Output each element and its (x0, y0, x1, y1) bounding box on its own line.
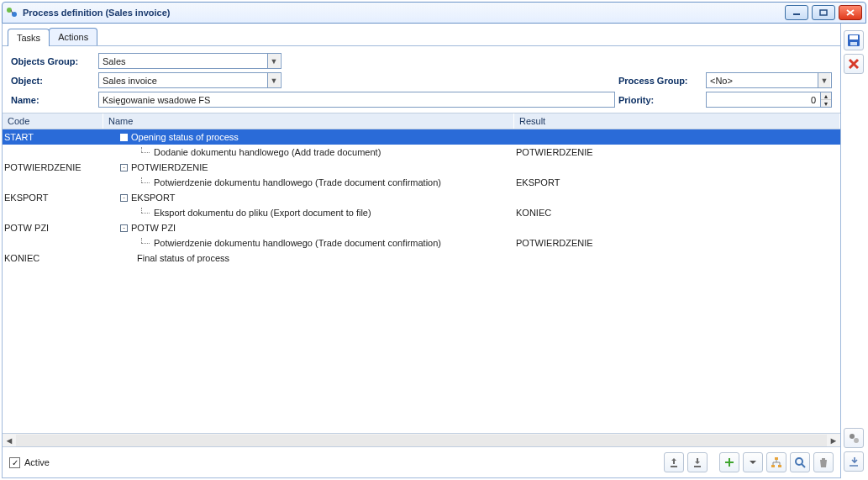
objects-group-combo[interactable]: Sales ▼ (98, 53, 281, 69)
table-row[interactable]: Potwierdzenie dokumentu handlowego (Trad… (3, 175, 840, 190)
gear-icon (848, 432, 860, 444)
hierarchy-icon (771, 456, 782, 468)
cell-name: Final status of process (103, 253, 514, 263)
object-combo[interactable]: Sales invoice ▼ (98, 72, 281, 88)
window-titlebar: Process definition (Sales invoice) (2, 2, 866, 24)
svg-rect-9 (850, 35, 858, 40)
scroll-left-icon[interactable]: ◄ (3, 435, 16, 446)
cell-code: POTWIERDZENIE (3, 162, 103, 172)
name-value: Księgowanie wsadowe FS (103, 95, 210, 105)
tab-tasks[interactable]: Tasks (8, 29, 50, 46)
priority-value: 0 (811, 95, 816, 105)
svg-point-12 (854, 438, 859, 443)
priority-stepper[interactable]: 0 ▲▼ (706, 92, 832, 108)
hscrollbar[interactable]: ◄ ► (3, 433, 840, 446)
label-priority: Priority: (618, 95, 702, 105)
svg-rect-5 (771, 465, 775, 467)
cell-name: -Opening status of process (103, 132, 514, 142)
table-row[interactable]: EKSPORT-EKSPORT (3, 190, 840, 205)
delete-button[interactable] (813, 452, 834, 472)
label-name: Name: (11, 95, 95, 105)
process-group-combo[interactable]: <No> ▼ (706, 72, 832, 88)
process-group-value: <No> (710, 76, 733, 86)
table-row[interactable]: Potwierdzenie dokumentu handlowego (Trad… (3, 235, 840, 251)
cell-name: Potwierdzenie dokumentu handlowego (Trad… (103, 177, 514, 187)
cell-name: -EKSPORT (103, 193, 514, 203)
cancel-button[interactable] (844, 54, 864, 74)
svg-rect-4 (775, 457, 778, 460)
tree-toggle[interactable]: - (120, 164, 128, 171)
label-object: Object: (11, 76, 95, 86)
col-result[interactable]: Result (514, 113, 840, 129)
table-row[interactable]: Dodanie dokumentu handlowego (Add trade … (3, 145, 840, 160)
table-row[interactable]: Eksport dokumentu do pliku (Export docum… (3, 205, 840, 220)
minimize-button[interactable] (785, 5, 808, 20)
tab-actions-label: Actions (58, 32, 88, 42)
svg-point-7 (796, 458, 802, 465)
close-icon (848, 58, 860, 70)
tree-toggle[interactable]: - (120, 134, 128, 141)
col-code[interactable]: Code (3, 113, 103, 129)
name-input[interactable]: Księgowanie wsadowe FS (98, 92, 615, 108)
chevron-down-icon: ▼ (267, 54, 280, 68)
table-row[interactable]: KONIECFinal status of process (3, 251, 840, 266)
tab-actions[interactable]: Actions (49, 28, 97, 45)
cell-code: EKSPORT (3, 193, 103, 203)
export-button[interactable] (664, 452, 684, 472)
table-row[interactable]: POTWIERDZENIE-POTWIERDZENIE (3, 160, 840, 175)
svg-rect-10 (850, 42, 857, 45)
spin-up-icon[interactable]: ▲ (821, 92, 831, 100)
objects-group-value: Sales (103, 56, 126, 66)
cell-result: POTWIERDZENIE (514, 238, 840, 248)
scroll-right-icon[interactable]: ► (827, 435, 840, 446)
cell-code: START (3, 132, 103, 142)
label-objects-group: Objects Group: (11, 56, 95, 66)
active-checkbox[interactable]: ✓ (9, 457, 20, 468)
scroll-track[interactable] (16, 435, 827, 446)
cell-name: Eksport dokumentu do pliku (Export docum… (103, 208, 514, 218)
plus-icon (723, 456, 735, 468)
tab-tasks-label: Tasks (17, 33, 40, 43)
table-row[interactable]: START-Opening status of process (3, 129, 840, 145)
process-icon (6, 7, 18, 18)
cell-name: Potwierdzenie dokumentu handlowego (Trad… (103, 238, 514, 248)
cell-result: KONIEC (514, 208, 840, 218)
save-icon (847, 34, 860, 47)
right-sidebar (841, 24, 866, 478)
cell-code: KONIEC (3, 253, 103, 263)
cell-result: POTWIERDZENIE (514, 147, 840, 157)
svg-point-11 (850, 434, 855, 439)
col-name[interactable]: Name (103, 113, 514, 129)
maximize-button[interactable] (812, 5, 835, 20)
add-dropdown-button[interactable] (743, 452, 763, 472)
hierarchy-button[interactable] (766, 452, 786, 472)
export-icon (668, 456, 680, 468)
active-label: Active (24, 457, 50, 467)
import-button[interactable] (687, 452, 708, 472)
label-process-group: Process Group: (618, 76, 702, 86)
trash-icon (818, 456, 829, 468)
table-row[interactable]: POTW PZI-POTW PZI (3, 220, 840, 235)
close-button[interactable] (839, 5, 862, 20)
bottom-toolbar: ✓ Active (3, 446, 840, 477)
search-button[interactable] (790, 452, 810, 472)
import-icon (692, 456, 703, 468)
chevron-down-icon: ▼ (267, 73, 280, 87)
save-button[interactable] (844, 30, 864, 50)
cell-name: -POTW PZI (103, 223, 514, 233)
grid-body: START-Opening status of processDodanie d… (3, 129, 840, 433)
chevron-down-icon: ▼ (818, 73, 830, 87)
tree-toggle[interactable]: - (120, 194, 128, 202)
collapse-button[interactable] (844, 451, 864, 472)
spin-down-icon[interactable]: ▼ (821, 100, 831, 107)
tree-toggle[interactable]: - (120, 224, 128, 232)
window-title: Process definition (Sales invoice) (23, 8, 170, 18)
cell-name: -POTWIERDZENIE (103, 162, 514, 172)
tab-strip: Tasks Actions (3, 24, 840, 46)
run-button[interactable] (844, 428, 864, 448)
add-button[interactable] (719, 452, 739, 472)
cell-result: EKSPORT (514, 177, 840, 187)
svg-rect-6 (778, 465, 781, 467)
grid-header: Code Name Result (3, 113, 840, 129)
search-icon (794, 456, 806, 468)
